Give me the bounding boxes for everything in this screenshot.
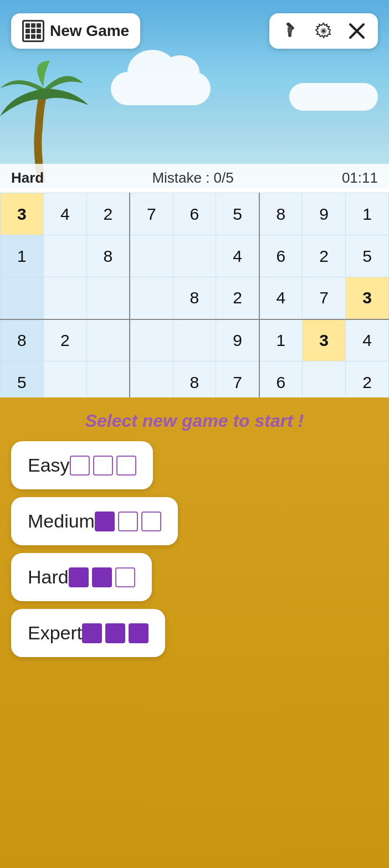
sudoku-cell[interactable]	[43, 235, 86, 277]
cloud-decoration	[111, 72, 211, 105]
close-icon	[348, 22, 366, 40]
sudoku-cell[interactable]	[1, 277, 44, 319]
status-bar: Hard Mistake : 0/5 01:11	[0, 164, 389, 192]
sudoku-cell[interactable]: 8	[1, 319, 44, 361]
sudoku-cell[interactable]: 6	[173, 193, 216, 235]
sudoku-cell[interactable]: 5	[346, 235, 389, 277]
difficulty-option-medium[interactable]: Medium	[11, 497, 178, 545]
sudoku-cell[interactable]: 7	[303, 277, 346, 319]
svg-rect-2	[288, 27, 292, 33]
sudoku-cell[interactable]: 3	[1, 193, 44, 235]
sudoku-cell[interactable]: 6	[259, 235, 303, 277]
difficulty-indicator	[95, 512, 161, 531]
sudoku-cell[interactable]: 2	[216, 277, 259, 319]
sudoku-cell[interactable]	[86, 277, 130, 319]
bar-box	[116, 456, 136, 476]
sudoku-cell[interactable]: 7	[130, 193, 173, 235]
top-bar: New Game	[11, 13, 378, 49]
new-game-label: New Game	[50, 22, 129, 40]
difficulty-option-easy[interactable]: Easy	[11, 441, 153, 489]
sudoku-cell[interactable]: 3	[303, 319, 346, 361]
sudoku-cell[interactable]: 1	[1, 235, 44, 277]
grid-icon	[22, 20, 44, 42]
sudoku-cell[interactable]: 8	[259, 193, 303, 235]
overlay-prompt: Select new game to start !	[11, 411, 378, 431]
bar-box	[141, 512, 161, 531]
bar-box	[105, 623, 125, 643]
timer-display: 01:11	[342, 169, 378, 187]
difficulty-option-expert[interactable]: Expert	[11, 609, 165, 657]
sudoku-cell[interactable]: 2	[303, 235, 346, 277]
bar-box	[118, 512, 138, 531]
bar-box	[92, 567, 112, 587]
new-game-overlay: Select new game to start ! EasyMediumHar…	[0, 397, 389, 868]
sudoku-cell[interactable]: 1	[346, 193, 389, 235]
sudoku-cell[interactable]: 1	[259, 319, 303, 361]
sudoku-cell[interactable]: 4	[346, 319, 389, 361]
sudoku-cell[interactable]: 2	[86, 193, 130, 235]
difficulty-label: Hard	[28, 566, 69, 588]
difficulty-indicator	[69, 567, 135, 587]
sudoku-cell[interactable]	[130, 235, 173, 277]
difficulty-display: Hard	[11, 169, 44, 187]
brush-icon	[282, 23, 299, 39]
sudoku-cell[interactable]: 8	[173, 277, 216, 319]
sudoku-cell[interactable]: 4	[216, 235, 259, 277]
sudoku-cell[interactable]: 4	[259, 277, 303, 319]
top-icon-group	[269, 13, 378, 49]
difficulty-label: Expert	[28, 622, 82, 644]
sudoku-cell[interactable]: 2	[43, 319, 86, 361]
sudoku-cell[interactable]: 5	[216, 193, 259, 235]
bar-box	[95, 512, 115, 531]
sudoku-cell[interactable]	[86, 319, 130, 361]
bar-box	[69, 567, 89, 587]
sudoku-cell[interactable]	[173, 319, 216, 361]
sudoku-cell[interactable]: 3	[346, 277, 389, 319]
new-game-button[interactable]: New Game	[11, 13, 140, 49]
sudoku-cell[interactable]	[130, 319, 173, 361]
svg-point-5	[322, 29, 325, 33]
gear-icon	[315, 22, 332, 40]
difficulty-label: Easy	[28, 454, 70, 476]
settings-button[interactable]	[311, 19, 336, 43]
sudoku-cell[interactable]: 8	[86, 235, 130, 277]
difficulty-indicator	[70, 456, 136, 476]
bar-box	[115, 567, 135, 587]
bar-box	[82, 623, 102, 643]
difficulty-list: EasyMediumHardExpert	[11, 441, 378, 665]
sudoku-cell[interactable]: 4	[43, 193, 86, 235]
brush-button[interactable]	[278, 19, 303, 43]
sudoku-cell[interactable]: 9	[303, 193, 346, 235]
difficulty-option-hard[interactable]: Hard	[11, 553, 152, 601]
difficulty-label: Medium	[28, 510, 95, 532]
bar-box	[70, 456, 90, 476]
sudoku-cell[interactable]	[173, 235, 216, 277]
cloud-decoration-2	[289, 83, 378, 111]
sudoku-cell[interactable]	[130, 277, 173, 319]
sudoku-cell[interactable]: 9	[216, 319, 259, 361]
bar-box	[93, 456, 113, 476]
close-button[interactable]	[345, 19, 369, 43]
sudoku-cell[interactable]	[43, 277, 86, 319]
sudoku-board: 3427658911846258247382913458762	[0, 193, 389, 404]
difficulty-indicator	[82, 623, 149, 643]
bar-box	[129, 623, 149, 643]
mistakes-display: Mistake : 0/5	[152, 169, 233, 187]
